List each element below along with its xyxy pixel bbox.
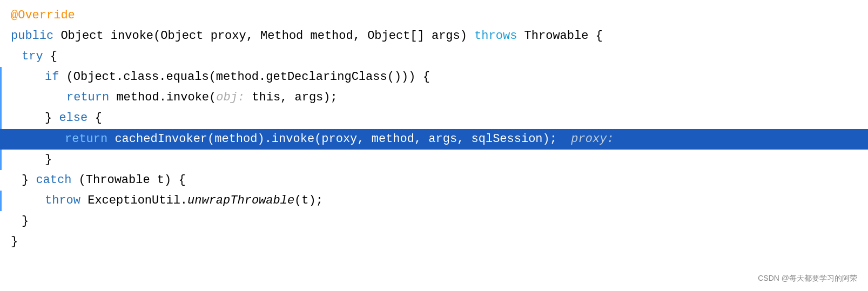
watermark: CSDN @每天都要学习的阿荣 <box>758 273 857 285</box>
code-line-method-sig: public Object invoke (Object proxy, Meth… <box>0 26 868 46</box>
kw-throw: throw <box>45 192 80 210</box>
plain-if-cond: (Object.class.equals(method.getDeclaring… <box>59 68 430 86</box>
plain-exception-util: ExceptionUtil. <box>80 192 187 210</box>
param-hint-obj: obj: <box>216 89 245 107</box>
code-line-throw: throw ExceptionUtil. unwrapThrowable (t)… <box>0 191 868 211</box>
plain-brace1: { <box>43 48 57 66</box>
plain-throwable: Throwable { <box>517 27 602 45</box>
code-line-if: if (Object.class.equals(method.getDeclar… <box>0 67 868 87</box>
kw-else: else <box>59 109 88 127</box>
code-line-annotation: @Override <box>0 5 868 26</box>
kw-catch: catch <box>36 171 71 190</box>
kw-return2-hl: return <box>65 130 107 148</box>
kw-throws: throws <box>474 27 517 45</box>
code-line-try: try { <box>0 46 868 67</box>
plain-close-method: } <box>11 233 18 251</box>
plain-catch-params: (Throwable t) { <box>71 171 185 190</box>
annotation-override: @Override <box>11 6 75 25</box>
method-invoke: invoke <box>111 27 153 45</box>
code-container: @Override public Object invoke (Object p… <box>0 0 868 291</box>
plain-close-brace: } <box>45 109 59 127</box>
plain-this-args: this, args); <box>245 89 338 107</box>
code-line-return1: return method.invoke( obj: this, args); <box>0 87 868 108</box>
kw-try: try <box>22 48 43 66</box>
plain-unwrap-call: (t); <box>294 192 323 210</box>
kw-if: if <box>45 68 59 86</box>
code-line-close-catch: } <box>0 211 868 232</box>
code-line-return2: return cachedInvoker(method).invoke(prox… <box>0 129 868 150</box>
kw-return1: return <box>66 89 109 107</box>
code-line-catch: } catch (Throwable t) { <box>0 170 868 191</box>
plain-cached-invoker: cachedInvoker(method).invoke(proxy, meth… <box>107 130 557 148</box>
plain-close-try: } <box>22 171 36 190</box>
plain-object: Object <box>53 27 111 45</box>
code-line-else: } else { <box>0 108 868 128</box>
code-line-close-method: } <box>0 232 868 252</box>
method-unwrap: unwrapThrowable <box>187 192 294 210</box>
kw-public: public <box>11 27 53 45</box>
code-line-close-else: } <box>0 150 868 170</box>
plain-open-brace: { <box>88 109 102 127</box>
param-hint-proxy: proxy: <box>557 130 614 148</box>
plain-close-else: } <box>45 151 52 169</box>
plain-close-catch: } <box>22 212 29 231</box>
plain-method-invoke: method.invoke( <box>109 89 216 107</box>
plain-params: (Object proxy, Method method, Object[] a… <box>153 27 474 45</box>
